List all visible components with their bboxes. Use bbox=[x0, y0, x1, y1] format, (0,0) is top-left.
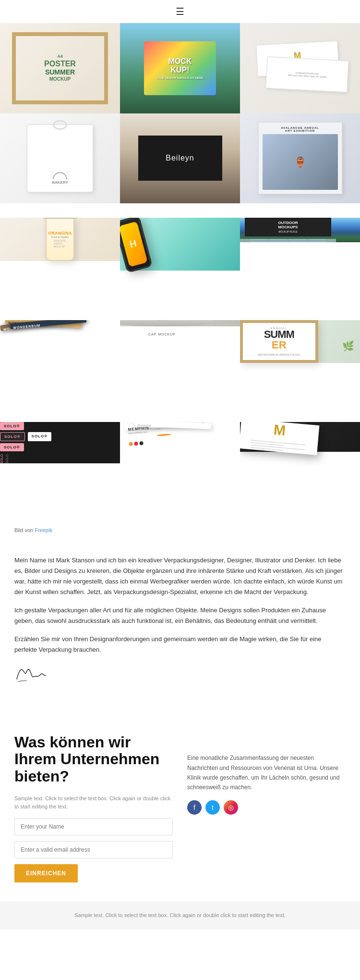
header: ☰ bbox=[0, 0, 360, 23]
solo-cards: SOLO® SOLO® SOLO® SOLO® SOLO. SOLO. bbox=[0, 422, 102, 463]
gallery-row-3: ORANGINA Fresh & Organic REALISTICPHOTO-… bbox=[0, 218, 360, 320]
business-card-image: M THOMAS SMITH graphic designer company@… bbox=[240, 23, 360, 113]
gallery-caption: Bild von Freepik bbox=[0, 524, 360, 536]
building-windows bbox=[250, 239, 326, 242]
sign-text: Beileyn bbox=[166, 154, 194, 162]
gallery-row-4: WONDERBUM WONDERBUM Karina Dryson WONDER… bbox=[0, 320, 360, 422]
caption-link[interactable]: Freepik bbox=[35, 527, 52, 533]
solo-card-white: SOLO® bbox=[28, 432, 52, 441]
gallery-cell-outdoor[interactable]: OUTDOORMOCKUPSMOCKUP PLACE bbox=[240, 218, 360, 320]
cup: ORANGINA Fresh & Organic REALISTICPHOTO-… bbox=[46, 218, 74, 261]
gallery-section-2: ORANGINA Fresh & Organic REALISTICPHOTO-… bbox=[0, 218, 360, 524]
window bbox=[269, 239, 288, 240]
summer-frame: ANNUAL SUMM ER MOCKUP ANNUAL PRODUCT PLA… bbox=[240, 320, 318, 363]
solo-image: SOLO® SOLO® SOLO® SOLO® SOLO. SOLO. bbox=[0, 422, 120, 463]
solo-vertical-2: SOLO. bbox=[5, 453, 9, 463]
submit-button[interactable]: EINREICHEN bbox=[14, 864, 78, 882]
art-placeholder: 🏺 bbox=[263, 134, 338, 190]
phone-mock: H bbox=[120, 218, 153, 273]
name-input[interactable] bbox=[14, 818, 173, 835]
services-right: Eine monatliche Zusammenfassung der neue… bbox=[187, 734, 346, 882]
email-input[interactable] bbox=[14, 841, 173, 858]
bag-image: BAKERY bbox=[0, 113, 120, 204]
art-figure: 🏺 bbox=[294, 156, 306, 168]
outdoor-billboard-text: OUTDOORMOCKUPSMOCKUP PLACE bbox=[245, 218, 331, 236]
gallery-cell-business-card[interactable]: M THOMAS SMITH graphic designer company@… bbox=[240, 23, 360, 113]
services-right-text: Eine monatliche Zusammenfassung der neue… bbox=[187, 753, 346, 793]
gallery-cell-solo[interactable]: SOLO® SOLO® SOLO® SOLO® SOLO. SOLO. bbox=[0, 422, 120, 524]
gallery-cell-billboard[interactable]: MOCK KUP! your design should go here. bbox=[120, 23, 240, 113]
summer-text-big: SUMM bbox=[264, 330, 294, 339]
services-inner: Was können wir Ihrem Unternehmen bieten?… bbox=[14, 734, 346, 882]
business-card-stack: M THOMAS SMITH graphic designer company@… bbox=[252, 37, 348, 99]
phone-screen: H bbox=[120, 221, 148, 267]
menu-icon[interactable]: ☰ bbox=[176, 6, 184, 17]
gallery-cell-bag[interactable]: BAKERY bbox=[0, 113, 120, 204]
window bbox=[250, 241, 268, 242]
section-spacer bbox=[0, 203, 360, 218]
billboard-tagline: your design should go here. bbox=[156, 76, 204, 79]
letter-lines bbox=[251, 438, 306, 454]
billboard-image: MOCK KUP! your design should go here. bbox=[120, 23, 240, 113]
billboard-frame: MOCK KUP! your design should go here. bbox=[144, 41, 216, 96]
window bbox=[308, 239, 326, 240]
shape-1 bbox=[129, 442, 133, 447]
gallery-cell-orangina[interactable]: ORANGINA Fresh & Organic REALISTICPHOTO-… bbox=[0, 218, 120, 320]
poster-a4: A4 bbox=[57, 54, 63, 59]
gallery-cell-phone[interactable]: H bbox=[120, 218, 240, 320]
gallery-cell-sign[interactable]: Beileyn bbox=[120, 113, 240, 204]
signature-svg bbox=[14, 665, 53, 684]
cup-lid bbox=[43, 218, 77, 219]
solo-cards-row: SOLO® SOLO® bbox=[0, 432, 51, 441]
fb-letter: f bbox=[193, 804, 195, 811]
bag-arch bbox=[53, 172, 67, 179]
cup-tagline: REALISTICPHOTO-MOCK-UP bbox=[54, 239, 66, 248]
cap-brim bbox=[120, 320, 213, 326]
about-section: Mein Name ist Mark Stanson und ich bin e… bbox=[0, 536, 360, 715]
sign-box: Beileyn bbox=[138, 136, 222, 181]
art-image: AVALANCHE ANNUALART EXHIBITION 🏺 bbox=[240, 113, 360, 204]
twitter-icon[interactable]: t bbox=[205, 800, 220, 815]
letter-m: M bbox=[273, 422, 287, 439]
gallery-cell-wonderbum[interactable]: WONDERBUM WONDERBUM Karina Dryson WONDER… bbox=[0, 320, 120, 422]
business-card-bottom: company@mail.com 485 Park Ave, New York,… bbox=[265, 57, 348, 92]
poster-word: POSTER bbox=[44, 59, 76, 68]
solo-card-pink: SOLO® bbox=[0, 422, 24, 430]
letter-image: M bbox=[240, 422, 360, 452]
gallery-cell-summer[interactable]: ANNUAL SUMM ER MOCKUP ANNUAL PRODUCT PLA… bbox=[240, 320, 360, 422]
solo-text-row: SOLO. SOLO. bbox=[0, 453, 9, 463]
footer-text: Sample text. Click to select the text bo… bbox=[14, 911, 346, 920]
bag-handle bbox=[53, 120, 67, 130]
services-section: Was können wir Ihrem Unternehmen bieten?… bbox=[0, 715, 360, 902]
window bbox=[269, 241, 288, 242]
about-paragraph-2: Ich gestalte Verpackungen aller Art und … bbox=[14, 605, 346, 626]
gallery-row-5: SOLO® SOLO® SOLO® SOLO® SOLO. SOLO. bbox=[0, 422, 360, 524]
gallery-row-1: A4 POSTER SUMMER MOCKUP MOCK KUP! your d… bbox=[0, 23, 360, 113]
bc-address: 485 Park Ave, New York, NY 10022 bbox=[288, 74, 326, 78]
gallery-cell-letter[interactable]: M bbox=[240, 422, 360, 524]
outdoor-image: OUTDOORMOCKUPSMOCKUP PLACE bbox=[240, 218, 360, 242]
cup-brand: ORANGINA bbox=[48, 231, 72, 236]
gallery-section-1: A4 POSTER SUMMER MOCKUP MOCK KUP! your d… bbox=[0, 23, 360, 203]
gallery-cell-memphis[interactable]: MEMPHIS www.website.com 00-123-1234 YOUR… bbox=[120, 422, 240, 524]
gallery-cell-art[interactable]: AVALANCHE ANNUALART EXHIBITION 🏺 bbox=[240, 113, 360, 204]
gallery-cell-poster[interactable]: A4 POSTER SUMMER MOCKUP bbox=[0, 23, 120, 113]
summer-details: MOCKUP ANNUAL PRODUCT PLACE bbox=[258, 353, 300, 356]
billboard-kup: KUP! bbox=[170, 66, 189, 74]
poster-summer: SUMMER bbox=[45, 68, 75, 76]
window bbox=[250, 239, 268, 240]
gallery-cell-cap[interactable]: CAP MOCKUP bbox=[120, 320, 240, 422]
facebook-icon[interactable]: f bbox=[187, 800, 202, 815]
solo-card-dark: SOLO® bbox=[0, 432, 25, 441]
shape-2 bbox=[134, 442, 138, 446]
instagram-icon[interactable]: ◎ bbox=[224, 800, 238, 815]
poster-mockup: MOCKUP bbox=[49, 76, 71, 82]
about-text: Mein Name ist Mark Stanson und ich bin e… bbox=[14, 555, 346, 656]
caption-text: Bild von bbox=[14, 527, 35, 533]
about-paragraph-3: Erzählen Sie mir von Ihren Designanforde… bbox=[14, 634, 346, 655]
gallery-row-2: BAKERY Beileyn AVALANCHE ANNUALART EXHIB… bbox=[0, 113, 360, 204]
orangina-image: ORANGINA Fresh & Organic REALISTICPHOTO-… bbox=[0, 218, 120, 261]
poster-content: A4 POSTER SUMMER MOCKUP bbox=[12, 32, 108, 104]
cap-mock: CAP MOCKUP bbox=[120, 320, 204, 326]
outdoor-building: OUTDOORMOCKUPSMOCKUP PLACE bbox=[240, 218, 336, 242]
